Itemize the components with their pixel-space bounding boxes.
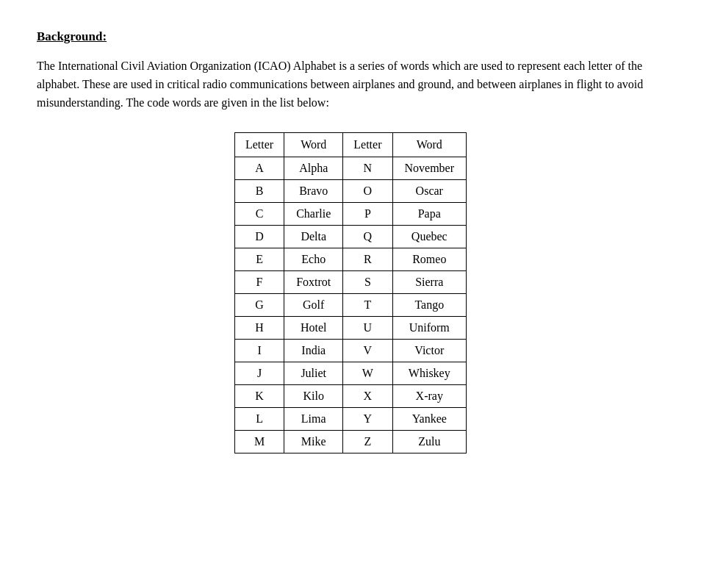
- table-row: JJulietWWhiskey: [234, 362, 466, 385]
- header-letter2: Letter: [343, 133, 392, 157]
- intro-paragraph: The International Civil Aviation Organiz…: [37, 57, 664, 112]
- table-cell-10-3: X-ray: [392, 385, 467, 408]
- header-word2: Word: [392, 133, 467, 157]
- table-cell-3-0: D: [234, 226, 284, 248]
- table-cell-9-0: J: [234, 362, 284, 385]
- table-cell-2-0: C: [234, 203, 284, 226]
- table-cell-10-2: X: [343, 385, 392, 408]
- table-row: CCharliePPapa: [234, 203, 466, 226]
- table-cell-4-0: E: [234, 248, 284, 271]
- icao-table: Letter Word Letter Word AAlphaNNovemberB…: [234, 132, 467, 453]
- table-cell-6-2: T: [343, 294, 392, 317]
- table-header-row: Letter Word Letter Word: [234, 133, 466, 157]
- table-cell-0-2: N: [343, 157, 392, 180]
- table-cell-9-3: Whiskey: [392, 362, 467, 385]
- table-cell-12-2: Z: [343, 431, 392, 453]
- table-cell-11-2: Y: [343, 408, 392, 431]
- table-row: HHotelUUniform: [234, 317, 466, 340]
- table-cell-10-0: K: [234, 385, 284, 408]
- table-cell-9-1: Juliet: [284, 362, 343, 385]
- table-cell-8-3: Victor: [392, 340, 467, 362]
- table-cell-5-2: S: [343, 271, 392, 294]
- table-cell-4-3: Romeo: [392, 248, 467, 271]
- table-cell-11-0: L: [234, 408, 284, 431]
- table-cell-7-1: Hotel: [284, 317, 343, 340]
- table-cell-3-1: Delta: [284, 226, 343, 248]
- table-row: EEchoRRomeo: [234, 248, 466, 271]
- table-cell-12-3: Zulu: [392, 431, 467, 453]
- table-cell-2-1: Charlie: [284, 203, 343, 226]
- table-cell-7-3: Uniform: [392, 317, 467, 340]
- table-cell-8-0: I: [234, 340, 284, 362]
- table-cell-4-1: Echo: [284, 248, 343, 271]
- header-letter1: Letter: [234, 133, 284, 157]
- table-cell-8-2: V: [343, 340, 392, 362]
- table-cell-9-2: W: [343, 362, 392, 385]
- table-cell-7-0: H: [234, 317, 284, 340]
- table-cell-11-3: Yankee: [392, 408, 467, 431]
- table-cell-0-3: November: [392, 157, 467, 180]
- table-cell-6-0: G: [234, 294, 284, 317]
- table-cell-6-3: Tango: [392, 294, 467, 317]
- table-cell-5-0: F: [234, 271, 284, 294]
- table-row: LLimaYYankee: [234, 408, 466, 431]
- table-cell-0-0: A: [234, 157, 284, 180]
- table-row: BBravoOOscar: [234, 180, 466, 203]
- table-row: GGolfTTango: [234, 294, 466, 317]
- table-cell-7-2: U: [343, 317, 392, 340]
- table-cell-8-1: India: [284, 340, 343, 362]
- table-cell-2-2: P: [343, 203, 392, 226]
- table-row: FFoxtrotSSierra: [234, 271, 466, 294]
- table-cell-6-1: Golf: [284, 294, 343, 317]
- table-row: DDeltaQQuebec: [234, 226, 466, 248]
- table-cell-10-1: Kilo: [284, 385, 343, 408]
- table-cell-5-3: Sierra: [392, 271, 467, 294]
- header-word1: Word: [284, 133, 343, 157]
- table-cell-0-1: Alpha: [284, 157, 343, 180]
- background-heading: Background:: [37, 29, 664, 44]
- table-cell-3-2: Q: [343, 226, 392, 248]
- table-cell-5-1: Foxtrot: [284, 271, 343, 294]
- table-cell-3-3: Quebec: [392, 226, 467, 248]
- table-cell-1-1: Bravo: [284, 180, 343, 203]
- table-row: AAlphaNNovember: [234, 157, 466, 180]
- table-cell-4-2: R: [343, 248, 392, 271]
- table-cell-12-0: M: [234, 431, 284, 453]
- table-cell-1-0: B: [234, 180, 284, 203]
- table-cell-1-3: Oscar: [392, 180, 467, 203]
- table-row: IIndiaVVictor: [234, 340, 466, 362]
- table-row: KKiloXX-ray: [234, 385, 466, 408]
- table-cell-12-1: Mike: [284, 431, 343, 453]
- table-cell-1-2: O: [343, 180, 392, 203]
- table-container: Letter Word Letter Word AAlphaNNovemberB…: [37, 132, 664, 453]
- table-cell-2-3: Papa: [392, 203, 467, 226]
- table-row: MMikeZZulu: [234, 431, 466, 453]
- table-cell-11-1: Lima: [284, 408, 343, 431]
